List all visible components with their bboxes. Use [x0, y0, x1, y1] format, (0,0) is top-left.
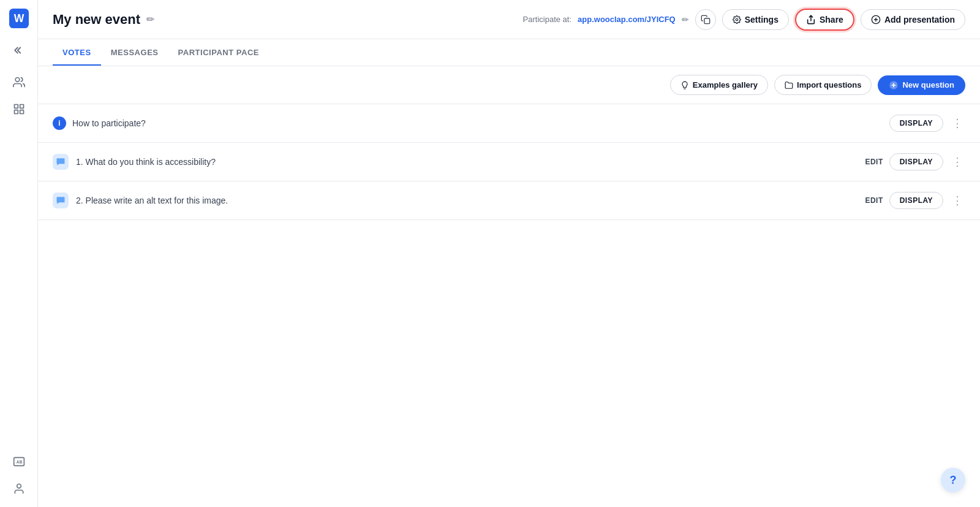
event-title: My new event [53, 12, 140, 28]
participate-url-code: JYICFQ [647, 15, 676, 24]
table-row: 2. Please write an alt text for this ima… [38, 181, 980, 220]
help-button[interactable]: ? [941, 468, 965, 492]
svg-rect-10 [704, 18, 710, 24]
participate-url: app.wooclap.com/JYICFQ [578, 15, 676, 24]
svg-text:W: W [13, 12, 24, 25]
app-logo[interactable]: W [8, 7, 30, 29]
question-2-edit-button[interactable]: EDIT [865, 196, 883, 205]
sidebar-item-slides[interactable] [8, 98, 30, 120]
chat-bubble-icon [53, 193, 69, 208]
svg-rect-3 [14, 105, 18, 109]
svg-rect-4 [20, 105, 23, 109]
info-icon: i [53, 116, 66, 130]
plus-circle-filled-icon [889, 80, 899, 90]
question-1-right: EDIT DISPLAY ⋮ [865, 153, 965, 171]
copy-url-button[interactable] [695, 9, 716, 30]
sidebar-item-language[interactable]: AB [8, 451, 30, 473]
tab-participant-pace[interactable]: PARTICIPANT PACE [168, 39, 270, 66]
svg-rect-5 [20, 110, 23, 114]
new-question-label: New question [902, 80, 954, 90]
settings-button[interactable]: Settings [722, 9, 789, 30]
collapse-sidebar-button[interactable] [8, 39, 30, 61]
share-button[interactable]: Share [795, 9, 854, 31]
table-row: 1. What do you think is accessibility? E… [38, 143, 980, 181]
how-to-right: DISPLAY ⋮ [889, 114, 965, 132]
how-to-display-button[interactable]: DISPLAY [889, 115, 943, 132]
question-2-left: 2. Please write an alt text for this ima… [53, 193, 228, 208]
share-label: Share [820, 15, 843, 25]
sidebar: W AB [0, 0, 38, 507]
examples-gallery-button[interactable]: Examples gallery [670, 75, 768, 95]
settings-label: Settings [745, 15, 778, 25]
how-to-text: How to participate? [72, 118, 146, 128]
examples-gallery-label: Examples gallery [693, 80, 758, 90]
svg-point-2 [15, 78, 20, 82]
import-questions-label: Import questions [797, 80, 861, 90]
import-questions-button[interactable]: Import questions [774, 75, 872, 95]
share-icon [806, 15, 816, 25]
tab-messages[interactable]: MESSAGES [101, 39, 168, 66]
sidebar-item-user[interactable] [8, 478, 30, 500]
svg-point-11 [736, 18, 738, 21]
svg-rect-6 [14, 110, 18, 114]
question-1-more-icon[interactable]: ⋮ [949, 153, 965, 171]
add-presentation-button[interactable]: Add presentation [861, 9, 965, 30]
folder-icon [785, 81, 793, 90]
new-question-button[interactable]: New question [878, 75, 965, 95]
question-2-text: 2. Please write an alt text for this ima… [76, 196, 228, 205]
header-right: Participate at: app.wooclap.com/JYICFQ ✏… [523, 9, 965, 31]
question-2-display-button[interactable]: DISPLAY [889, 192, 943, 209]
sidebar-item-participants[interactable] [8, 71, 30, 93]
tab-votes[interactable]: VOTES [53, 39, 101, 66]
question-2-right: EDIT DISPLAY ⋮ [865, 191, 965, 210]
content-toolbar: Examples gallery Import questions New qu… [38, 66, 980, 104]
question-1-text: 1. What do you think is accessibility? [76, 157, 216, 167]
question-1-display-button[interactable]: DISPLAY [889, 153, 943, 170]
svg-text:AB: AB [16, 460, 22, 464]
header-title-area: My new event ✏ [53, 12, 154, 28]
edit-title-icon[interactable]: ✏ [146, 13, 154, 25]
question-2-more-icon[interactable]: ⋮ [949, 191, 965, 210]
plus-circle-icon [871, 15, 881, 25]
lightbulb-icon [680, 81, 689, 90]
main-content: My new event ✏ Participate at: app.woocl… [38, 0, 980, 507]
content-area: i How to participate? DISPLAY ⋮ 1. What … [38, 104, 980, 507]
edit-url-icon[interactable]: ✏ [682, 15, 689, 25]
header: My new event ✏ Participate at: app.woocl… [38, 0, 980, 39]
sidebar-bottom: AB [8, 451, 30, 500]
how-to-more-icon[interactable]: ⋮ [949, 114, 965, 132]
participate-url-prefix: app.wooclap.com/ [578, 15, 647, 24]
add-presentation-label: Add presentation [884, 15, 955, 25]
how-to-left: i How to participate? [53, 116, 146, 130]
question-1-left: 1. What do you think is accessibility? [53, 154, 216, 170]
tabs-nav: VOTES MESSAGES PARTICIPANT PACE [38, 39, 980, 66]
svg-point-9 [17, 484, 21, 489]
question-1-edit-button[interactable]: EDIT [865, 158, 883, 166]
chat-bubble-icon [53, 154, 69, 170]
how-to-participate-row: i How to participate? DISPLAY ⋮ [38, 104, 980, 143]
participate-label: Participate at: [523, 15, 572, 24]
gear-icon [733, 15, 741, 24]
